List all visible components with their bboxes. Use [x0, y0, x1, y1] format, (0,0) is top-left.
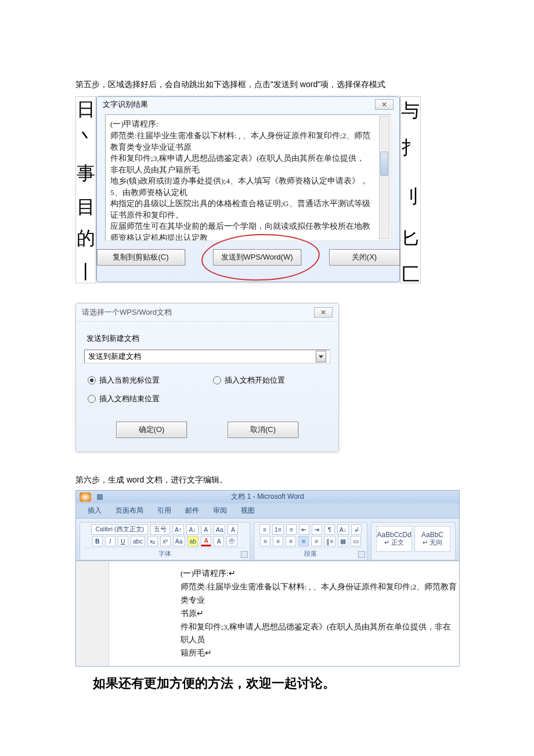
ribbon-tab[interactable]: 邮件: [185, 506, 199, 516]
ocr-line: 应届师范生可在其毕业前的最后一个学期，向就读或拟任教学校所在地教: [110, 221, 386, 232]
multilevel-icon[interactable]: ≡: [286, 524, 297, 535]
radio-dot-icon: [88, 376, 96, 384]
send-to-word-button[interactable]: 发送到WPS/Word(W): [213, 249, 301, 265]
numbering-icon[interactable]: 1≡: [272, 524, 284, 535]
showhide-icon[interactable]: ¶: [324, 524, 335, 535]
highlight-icon[interactable]: ab: [187, 536, 199, 546]
close-button-bottom[interactable]: 关闭(X): [329, 249, 400, 265]
bg-right-strip: 与 扌 刂 匕 匚: [400, 96, 421, 283]
italic-icon[interactable]: I: [105, 536, 116, 546]
bullets-icon[interactable]: ≡: [259, 524, 270, 535]
close-button[interactable]: ✕: [314, 307, 333, 318]
close-button[interactable]: ✕: [375, 99, 394, 110]
bg-left-strip: 日 丶 事 目 的 丨: [75, 96, 96, 283]
choose-doc-title: 请选择一个WPS/Word文档: [82, 307, 172, 318]
word-document-title: 文档 1 - Microsoft Word: [231, 492, 304, 502]
dialog-launcher-icon[interactable]: [358, 551, 365, 558]
ribbon-tabs: 插入 页面布局 引用 邮件 审阅 视图: [76, 503, 459, 519]
ocr-line: 地乡(镇)政府或街道办事处提供);4、本人填写《教师资格认定申请表》，: [110, 175, 386, 187]
style-name: ↵ 正文: [377, 539, 412, 547]
ribbon-tab[interactable]: 页面布局: [116, 506, 143, 516]
radio-insert-cursor[interactable]: 插入当前光标位置: [88, 375, 201, 386]
bg-glyph: 匕: [401, 226, 420, 251]
superscript-icon[interactable]: x²: [160, 536, 171, 546]
sort-icon[interactable]: A↓: [337, 524, 349, 535]
ocr-line: 证书原件和复印件。: [110, 210, 386, 221]
borders-icon[interactable]: ▭: [351, 536, 361, 546]
cancel-button[interactable]: 取消(C): [228, 422, 298, 438]
qat-icon[interactable]: [97, 494, 103, 500]
font-color-icon[interactable]: A: [201, 536, 211, 546]
align-right-icon[interactable]: ≡: [286, 536, 296, 546]
ribbon-tab[interactable]: 插入: [88, 506, 102, 516]
enclose-char-icon[interactable]: ㊥: [226, 536, 237, 546]
ribbon-group-styles: AaBbCcDd ↵ 正文 AaBbC ↵ 无间: [371, 522, 456, 560]
radio-label: 插入文档结束位置: [99, 394, 160, 404]
align-center-icon[interactable]: ≡: [273, 536, 283, 546]
style-no-spacing[interactable]: AaBbC ↵ 无间: [414, 526, 450, 552]
char-shading-icon[interactable]: A: [214, 536, 224, 546]
bg-glyph: 事: [77, 161, 95, 186]
ribbon-tab[interactable]: 审阅: [213, 506, 227, 516]
text-effects-icon[interactable]: Aa: [173, 536, 185, 546]
grow-font-icon[interactable]: A↑: [172, 524, 184, 535]
scrollbar[interactable]: [379, 116, 389, 239]
dialog-launcher-icon[interactable]: [241, 551, 248, 558]
target-doc-combobox[interactable]: 发送到新建文档: [84, 350, 330, 363]
font-size-combo[interactable]: 五号: [150, 524, 170, 535]
bold-icon[interactable]: B: [92, 536, 103, 546]
step6-instruction: 第六步，生成 word 文档，进行文字编辑。: [75, 473, 459, 486]
bg-glyph: 的: [77, 226, 95, 251]
change-case-icon[interactable]: Aa: [214, 524, 226, 535]
subscript-icon[interactable]: x₂: [147, 536, 158, 546]
doc-line: 师范类:往届毕业生需准备以下材料: , 、本人身份证原件和复印件;2、师范教育类…: [181, 581, 459, 607]
ribbon-tab[interactable]: 引用: [157, 506, 171, 516]
align-left-icon[interactable]: ≡: [260, 536, 270, 546]
style-normal[interactable]: AaBbCcDd ↵ 正文: [376, 526, 412, 552]
step5-instruction: 第五步，区域选择好后，会自动跳出如下选择框，点击"发送到 word"项，选择保存…: [75, 78, 459, 91]
ok-button[interactable]: 确定(O): [116, 422, 187, 438]
char-border-icon[interactable]: A: [228, 524, 238, 535]
style-sample: AaBbCcDd: [377, 531, 412, 539]
radio-insert-start[interactable]: 插入文档开始位置: [213, 375, 327, 386]
ocr-result-dialog: 文字识别结果 ✕ (一)甲请程序: 师范类:往届毕业生需准备以下材料: , 、本…: [96, 96, 400, 282]
ribbon-group-font: Calibri (西文正文) 五号 A↑ A↓ A Aa A B I U abc…: [80, 522, 250, 560]
bg-glyph: 丶: [77, 125, 95, 150]
word-document-area[interactable]: (一)甲请程序:↵ 师范类:往届毕业生需准备以下材料: , 、本人身份证原件和复…: [76, 561, 459, 667]
ocr-line: (一)甲请程序:: [110, 118, 386, 130]
justify-icon[interactable]: ≡: [298, 536, 309, 546]
inc-indent-icon[interactable]: ⇥: [312, 524, 322, 535]
bg-glyph: 目: [77, 195, 95, 220]
ocr-textbox[interactable]: (一)甲请程序: 师范类:往届毕业生需准备以下材料: , 、本人身份证原件和复印…: [105, 114, 391, 241]
office-orb-icon[interactable]: [80, 492, 91, 502]
word-window: 文档 1 - Microsoft Word 插入 页面布局 引用 邮件 审阅 视…: [75, 490, 460, 667]
copy-clipboard-button[interactable]: 复制到剪贴板(C): [97, 249, 185, 265]
ribbon-group-paragraph: ≡ 1≡ ≡ ⇤ ⇥ ¶ A↓ ↲ ≡ ≡ ≡ ≡ ≡ ‖≡ ▦: [254, 522, 367, 560]
font-name-combo[interactable]: Calibri (西文正文): [91, 524, 148, 535]
shrink-font-icon[interactable]: A↓: [186, 524, 198, 535]
bg-glyph: 扌: [401, 135, 420, 161]
ocr-line: 师资格认定机构提出认定教: [110, 232, 386, 241]
radio-dot-icon: [213, 376, 221, 384]
dec-indent-icon[interactable]: ⇤: [299, 524, 309, 535]
strike-icon[interactable]: abc: [131, 536, 145, 546]
chevron-down-icon[interactable]: [316, 351, 326, 362]
radio-insert-end[interactable]: 插入文档结束位置: [88, 394, 201, 404]
underline-icon[interactable]: U: [118, 536, 128, 546]
para-marks-icon[interactable]: ↲: [351, 524, 362, 535]
shading-icon[interactable]: ▦: [338, 536, 348, 546]
distribute-icon[interactable]: ≡: [311, 536, 322, 546]
ocr-line: 5、由教师资格认定机: [110, 187, 386, 199]
doc-line: 件和复印件;3,稼申请人思想品德鉴定表》(在职人员由其所在单位提供，非在职人员: [181, 621, 459, 647]
bg-glyph: 日: [77, 97, 95, 123]
clear-fmt-icon[interactable]: A: [201, 524, 211, 535]
scroll-thumb[interactable]: [380, 152, 388, 176]
ocr-dialog-title: 文字识别结果: [103, 99, 148, 110]
ribbon-tab[interactable]: 视图: [241, 506, 255, 516]
word-titlebar: 文档 1 - Microsoft Word: [76, 491, 459, 503]
line-spacing-icon[interactable]: ‖≡: [324, 536, 335, 546]
doc-line: 籍所毛↵: [181, 647, 459, 660]
ocr-line: 教育类专业毕业证书原: [110, 142, 386, 153]
left-margin: [76, 561, 109, 667]
ocr-figure: 日 丶 事 目 的 丨 与 扌 刂 匕 匚 文字识别结果 ✕ (一)甲请程序: …: [75, 96, 421, 282]
